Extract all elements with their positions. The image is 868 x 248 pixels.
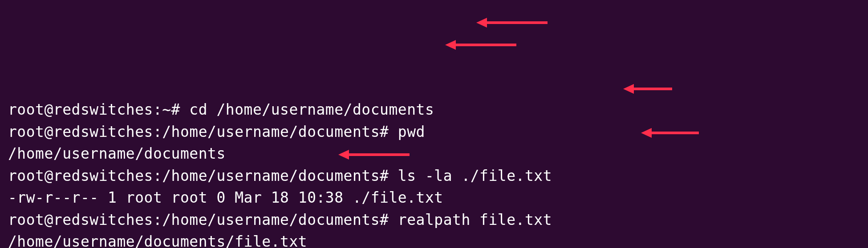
shell-command: ls -la ./file.txt <box>398 167 552 184</box>
svg-marker-1 <box>476 18 487 28</box>
shell-output: /home/username/documents/file.txt <box>8 233 307 248</box>
svg-marker-5 <box>623 84 634 94</box>
shell-output: -rw-r--r-- 1 root root 0 Mar 18 10:38 ./… <box>8 189 443 206</box>
shell-prompt: root@redswitches:/home/username/document… <box>8 123 398 140</box>
terminal-line: -rw-r--r-- 1 root root 0 Mar 18 10:38 ./… <box>8 187 860 209</box>
shell-prompt: root@redswitches:/home/username/document… <box>8 167 398 184</box>
terminal-line: /home/username/documents <box>8 143 860 165</box>
terminal-output[interactable]: root@redswitches:~# cd /home/username/do… <box>8 99 860 248</box>
shell-output: /home/username/documents <box>8 145 226 162</box>
terminal-line: root@redswitches:~# cd /home/username/do… <box>8 99 860 121</box>
shell-command: pwd <box>398 123 425 140</box>
shell-command: cd /home/username/documents <box>189 101 434 118</box>
terminal-line: root@redswitches:/home/username/document… <box>8 209 860 231</box>
svg-marker-3 <box>445 40 456 50</box>
terminal-line: root@redswitches:/home/username/document… <box>8 165 860 187</box>
shell-prompt: root@redswitches:~# <box>8 101 189 118</box>
shell-prompt: root@redswitches:/home/username/document… <box>8 211 398 228</box>
terminal-line: root@redswitches:/home/username/document… <box>8 121 860 143</box>
shell-command: realpath file.txt <box>398 211 552 228</box>
terminal-line: /home/username/documents/file.txt <box>8 231 860 248</box>
